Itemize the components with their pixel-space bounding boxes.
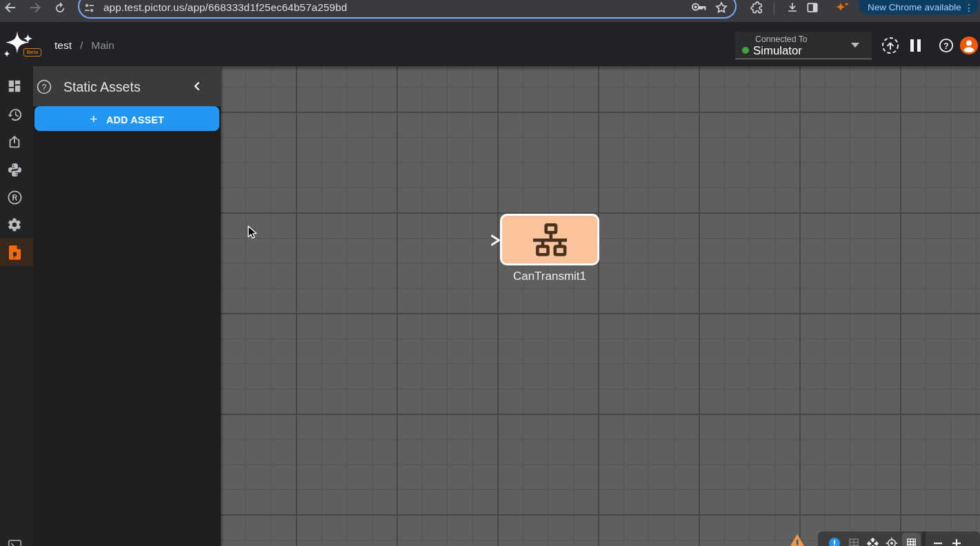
svg-text:?: ?	[42, 83, 47, 92]
svg-text:?: ?	[943, 41, 948, 51]
